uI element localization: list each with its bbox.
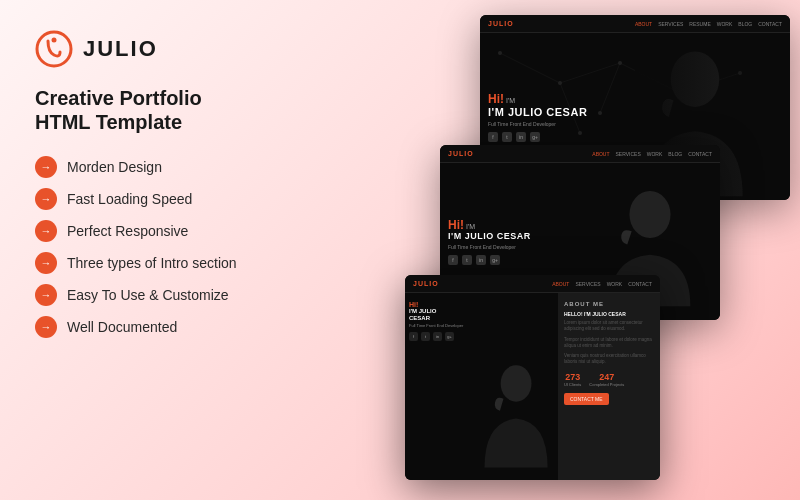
nav-link-resume: RESUME — [689, 21, 710, 27]
svg-point-8 — [498, 51, 502, 55]
svg-point-17 — [501, 365, 532, 401]
about-stats: 273 UI Clients 247 Completed Projects — [564, 372, 654, 387]
stat-number-1: 273 — [564, 372, 581, 382]
nav-link-services: SERVICES — [658, 21, 683, 27]
list-item: Fast Loading Speed — [35, 188, 385, 210]
stat-item-1: 273 UI Clients — [564, 372, 581, 387]
about-desc-3: Veniam quis nostrud exercitation ullamco… — [564, 353, 654, 366]
tagline: Creative Portfolio HTML Template — [35, 86, 385, 134]
arrow-icon-6 — [35, 316, 57, 338]
svg-point-16 — [629, 191, 670, 238]
hero-subtitle-tablet: Full Time Front End Developer — [448, 244, 531, 250]
list-item: Easy To Use & Customize — [35, 284, 385, 306]
screen-nav-links-desktop: ABOUT SERVICES RESUME WORK BLOG CONTACT — [635, 21, 782, 27]
about-hero-mini-text: Hi! I'M JULIOCESAR Full Time Front End D… — [409, 301, 463, 341]
right-panel: JULIO ABOUT SERVICES RESUME WORK BLOG CO… — [340, 0, 800, 500]
screen-nav-links-tablet: ABOUT SERVICES WORK BLOG CONTACT — [592, 151, 712, 157]
social-fb-tab: f — [448, 255, 458, 265]
arrow-icon-5 — [35, 284, 57, 306]
hero-social-tablet: f t in g+ — [448, 255, 531, 265]
svg-point-0 — [37, 32, 71, 66]
social-fb-icon: f — [488, 132, 498, 142]
arrow-icon-3 — [35, 220, 57, 242]
about-section-title: ABOUT ME — [564, 301, 654, 307]
about-desc-2: Tempor incididunt ut labore et dolore ma… — [564, 337, 654, 350]
feature-text-1: Morden Design — [67, 159, 162, 175]
nav-link-blog: BLOG — [738, 21, 752, 27]
social-li-icon: in — [516, 132, 526, 142]
s-gp-mob: g+ — [445, 332, 454, 341]
logo-text: JULIO — [83, 36, 158, 62]
stat-label-2: Completed Projects — [589, 382, 624, 387]
svg-point-9 — [558, 81, 562, 85]
tab-nav-blog: BLOG — [668, 151, 682, 157]
hero-name-desktop: I'M JULIO CESAR — [488, 105, 587, 117]
stat-number-2: 247 — [589, 372, 624, 382]
person-svg-mobile — [474, 350, 558, 480]
hero-hi-mob: Hi! — [409, 301, 463, 308]
social-li-tab: in — [476, 255, 486, 265]
social-gp-tab: g+ — [490, 255, 500, 265]
hero-hi-tablet: Hi! I'M — [448, 218, 531, 232]
feature-text-3: Perfect Responsive — [67, 223, 188, 239]
screen-hero-text-tablet: Hi! I'M I'M JULIO CESAR Full Time Front … — [448, 218, 531, 266]
feature-text-5: Easy To Use & Customize — [67, 287, 229, 303]
tagline-line2: HTML Template — [35, 110, 385, 134]
s-fb-mob: f — [409, 332, 418, 341]
tab-nav-services: SERVICES — [616, 151, 641, 157]
nav-link-contact: CONTACT — [758, 21, 782, 27]
arrow-icon-4 — [35, 252, 57, 274]
nav-link-about: ABOUT — [635, 21, 652, 27]
arrow-icon-2 — [35, 188, 57, 210]
logo-area: JULIO — [35, 30, 385, 68]
social-tw-tab: t — [462, 255, 472, 265]
svg-point-1 — [52, 38, 57, 43]
list-item: Morden Design — [35, 156, 385, 178]
s-li-mob: in — [433, 332, 442, 341]
svg-line-2 — [500, 53, 560, 83]
screen-nav-links-mobile: ABOUT SERVICES WORK CONTACT — [552, 281, 652, 287]
screen-mobile: JULIO ABOUT SERVICES WORK CONTACT Hi! I'… — [405, 275, 660, 480]
screen-nav-tablet: JULIO ABOUT SERVICES WORK BLOG CONTACT — [440, 145, 720, 163]
feature-text-6: Well Documented — [67, 319, 177, 335]
screen-nav-logo-mobile: JULIO — [413, 280, 439, 287]
features-list: Morden Design Fast Loading Speed Perfect… — [35, 156, 385, 338]
screen-about-section: Hi! I'M JULIOCESAR Full Time Front End D… — [405, 293, 660, 480]
stat-item-2: 247 Completed Projects — [589, 372, 624, 387]
screen-nav-mobile: JULIO ABOUT SERVICES WORK CONTACT — [405, 275, 660, 293]
person-silhouette-mobile — [474, 293, 558, 480]
hero-social-desktop: f t in g+ — [488, 132, 587, 142]
mob-nav-contact: CONTACT — [628, 281, 652, 287]
screen-hero-text-desktop: Hi! I'M I'M JULIO CESAR Full Time Front … — [488, 91, 587, 141]
stat-label-1: UI Clients — [564, 382, 581, 387]
julio-logo-icon — [35, 30, 73, 68]
social-gp-icon: g+ — [530, 132, 540, 142]
feature-text-2: Fast Loading Speed — [67, 191, 192, 207]
mob-nav-about: ABOUT — [552, 281, 569, 287]
hero-im-label: I'M — [506, 96, 515, 103]
social-mob: f t in g+ — [409, 332, 463, 341]
social-tw-icon: t — [502, 132, 512, 142]
tab-nav-contact: CONTACT — [688, 151, 712, 157]
screen-nav-logo-desktop: JULIO — [488, 20, 514, 27]
hero-name-tablet: I'M JULIO CESAR — [448, 232, 531, 242]
hero-hi-desktop: Hi! I'M — [488, 91, 587, 105]
feature-text-4: Three types of Intro section — [67, 255, 237, 271]
screen-nav-logo-tablet: JULIO — [448, 150, 474, 157]
tab-nav-about: ABOUT — [592, 151, 609, 157]
hero-sub-mob: Full Time Front End Developer — [409, 323, 463, 328]
about-desc-1: Lorem ipsum dolor sit amet consectetur a… — [564, 320, 654, 333]
list-item: Three types of Intro section — [35, 252, 385, 274]
list-item: Well Documented — [35, 316, 385, 338]
hero-hi-red-tab: Hi! — [448, 218, 464, 232]
hero-subtitle-desktop: Full Time Front End Developer — [488, 121, 587, 127]
nav-link-work: WORK — [717, 21, 733, 27]
tab-nav-work: WORK — [647, 151, 663, 157]
hero-im-tab: I'M — [466, 223, 475, 230]
screen-nav-desktop: JULIO ABOUT SERVICES RESUME WORK BLOG CO… — [480, 15, 790, 33]
mob-nav-work: WORK — [607, 281, 623, 287]
contact-me-button[interactable]: CONTACT ME — [564, 393, 609, 405]
arrow-icon-1 — [35, 156, 57, 178]
hero-hi-red: Hi! — [488, 91, 504, 105]
s-tw-mob: t — [421, 332, 430, 341]
